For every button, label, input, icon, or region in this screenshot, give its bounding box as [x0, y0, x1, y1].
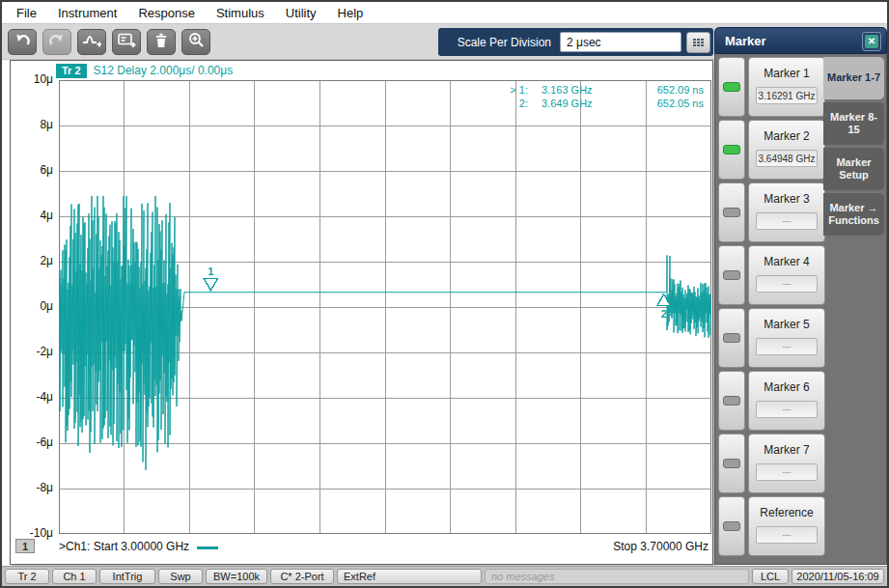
status-trigger[interactable]: IntTrig — [99, 569, 155, 584]
stop-frequency-label: Stop 3.70000 GHz — [613, 540, 708, 553]
status-sweep[interactable]: Swp — [158, 569, 203, 584]
marker-readout-row-2: 2: 3.649 GHz 652.05 ns — [499, 97, 704, 110]
keypad-icon — [693, 39, 704, 46]
y-axis-label: -2μ — [11, 345, 53, 358]
readout-frequency: 3.649 GHz — [528, 97, 642, 110]
marker-readout-row-1: > 1: 3.163 GHz 652.09 ns — [499, 83, 704, 97]
menu-bar: File Instrument Response Stimulus Utilit… — [2, 2, 887, 23]
close-icon: ✕ — [865, 35, 878, 48]
marker-row: Marker 2 3.64948 GHz — [718, 120, 825, 180]
zoom-button[interactable] — [181, 29, 210, 55]
marker-readout: > 1: 3.163 GHz 652.09 ns 2: 3.649 GHz 65… — [499, 83, 704, 110]
marker-label: Marker 6 — [749, 380, 824, 394]
readout-value: 652.05 ns — [642, 97, 704, 110]
marker-rows: Marker 1 3.16291 GHz Marker 2 3.64948 GH… — [718, 57, 825, 556]
marker-4-toggle[interactable] — [718, 245, 745, 305]
marker-label: Marker 5 — [749, 318, 824, 331]
marker-value[interactable]: --- — [756, 212, 818, 230]
marker-panel-title: Marker — [725, 34, 766, 48]
status-bandwidth[interactable]: BW=100k — [206, 569, 267, 584]
marker-3-button[interactable]: Marker 3 --- — [748, 182, 825, 242]
menu-file[interactable]: File — [6, 4, 47, 22]
add-trace-button[interactable] — [77, 29, 106, 55]
marker-2-toggle[interactable] — [718, 120, 745, 180]
marker-panel: Marker ✕ Marker 1 3.16291 GHz Marker 2 — [714, 27, 887, 565]
tab-marker-functions[interactable]: Marker → Functions — [823, 193, 884, 236]
y-axis-label: 4μ — [11, 209, 53, 222]
y-axis-label: -4μ — [11, 390, 53, 404]
status-mode: LCL — [752, 569, 789, 584]
marker-value[interactable]: 3.16291 GHz — [756, 87, 818, 104]
menu-instrument[interactable]: Instrument — [47, 4, 127, 22]
trace-label: S12 Delay 2.000μs/ 0.00μs — [94, 64, 234, 77]
y-axis-label: 6μ — [11, 163, 53, 177]
add-window-icon — [117, 32, 136, 52]
redo-button[interactable] — [42, 29, 71, 55]
marker-5-button[interactable]: Marker 5 --- — [748, 308, 825, 368]
tab-marker-setup[interactable]: Marker Setup — [823, 148, 884, 190]
marker-4-button[interactable]: Marker 4 --- — [748, 245, 825, 305]
marker-value[interactable]: --- — [756, 401, 818, 418]
close-button[interactable]: ✕ — [862, 32, 881, 51]
undo-button[interactable] — [8, 29, 37, 55]
menu-response[interactable]: Response — [127, 4, 206, 22]
start-frequency-label: >Ch1: Start 3.00000 GHz — [59, 540, 189, 553]
numeric-keypad-button[interactable] — [686, 32, 710, 53]
trace-plot[interactable]: 12 — [59, 80, 711, 534]
readout-frequency: 3.163 GHz — [528, 83, 642, 97]
y-axis-label: -8μ — [11, 481, 53, 494]
marker-7-toggle[interactable] — [718, 434, 745, 493]
undo-icon — [14, 33, 31, 52]
marker-1-toggle[interactable] — [718, 57, 745, 117]
status-channel[interactable]: Ch 1 — [52, 569, 97, 584]
y-axis-label: 8μ — [11, 118, 53, 131]
readout-marker-id: > 1: — [499, 83, 528, 97]
menu-utility[interactable]: Utility — [275, 4, 327, 22]
y-axis-label: -6μ — [11, 435, 53, 449]
marker-3-toggle[interactable] — [718, 182, 745, 242]
marker-label: Marker 7 — [749, 443, 824, 457]
marker-panel-tabs: Marker 1-7 Marker 8-15 Marker Setup Mark… — [823, 57, 884, 236]
reference-marker-button[interactable]: Reference --- — [748, 496, 825, 556]
trace-badge[interactable]: Tr 2 — [56, 64, 87, 78]
delete-button[interactable] — [147, 29, 176, 55]
marker-6-button[interactable]: Marker 6 --- — [748, 371, 825, 431]
led-indicator — [723, 459, 740, 468]
plot-area[interactable]: 12 > 1: 3.163 GHz 652.09 ns 2: 3.649 GHz… — [59, 80, 711, 534]
marker-row: Marker 3 --- — [718, 182, 825, 242]
status-message-area: no messages — [485, 569, 749, 584]
readout-marker-id: 2: — [499, 97, 528, 110]
marker-value[interactable]: --- — [756, 526, 818, 544]
chart-footer: 1 >Ch1: Start 3.00000 GHz Stop 3.70000 G… — [11, 538, 712, 557]
marker-7-button[interactable]: Marker 7 --- — [748, 434, 825, 493]
marker-panel-titlebar: Marker ✕ — [714, 27, 887, 54]
menu-stimulus[interactable]: Stimulus — [206, 4, 275, 22]
led-indicator — [723, 521, 740, 531]
reference-marker-toggle[interactable] — [718, 496, 745, 556]
scale-per-division-input[interactable] — [560, 32, 681, 52]
add-window-button[interactable] — [112, 29, 141, 55]
status-calibration[interactable]: C* 2-Port — [270, 569, 334, 584]
marker-row: Reference --- — [718, 496, 825, 556]
marker-6-toggle[interactable] — [718, 371, 745, 431]
marker-value[interactable]: 3.64948 GHz — [756, 150, 818, 167]
marker-value[interactable]: --- — [756, 463, 818, 481]
marker-1-button[interactable]: Marker 1 3.16291 GHz — [748, 57, 825, 117]
menu-help[interactable]: Help — [327, 4, 375, 22]
scale-per-division-label: Scale Per Division — [458, 36, 551, 49]
marker-2-button[interactable]: Marker 2 3.64948 GHz — [748, 120, 825, 180]
tab-marker-8-15[interactable]: Marker 8-15 — [823, 102, 884, 145]
svg-text:2: 2 — [661, 308, 667, 320]
marker-value[interactable]: --- — [756, 275, 818, 293]
led-indicator — [723, 145, 740, 154]
marker-5-toggle[interactable] — [718, 308, 745, 368]
trace-color-indicator — [197, 546, 218, 549]
marker-row: Marker 4 --- — [718, 245, 825, 305]
readout-value: 652.09 ns — [642, 83, 704, 97]
marker-row: Marker 7 --- — [718, 434, 825, 493]
marker-value[interactable]: --- — [756, 338, 818, 355]
svg-text:1: 1 — [208, 266, 213, 277]
status-trace[interactable]: Tr 2 — [5, 569, 49, 584]
status-reference[interactable]: ExtRef — [337, 569, 482, 584]
tab-marker-1-7[interactable]: Marker 1-7 — [823, 57, 884, 99]
